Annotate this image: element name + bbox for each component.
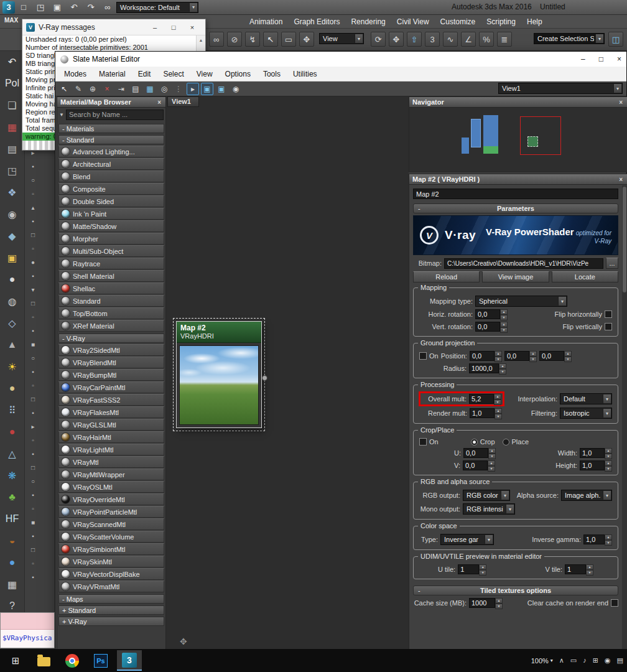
slate-toolbar-icon[interactable]: ⊕: [86, 83, 99, 95]
left-toolbar-icon[interactable]: ●: [4, 554, 21, 571]
navigator-header[interactable]: Navigator ×: [409, 97, 627, 108]
tray-icon[interactable]: ▤: [617, 656, 623, 665]
chevron-down-icon[interactable]: ▾: [550, 658, 553, 663]
left-secondary-icon[interactable]: ▫: [28, 504, 38, 513]
listener-macro-pane[interactable]: [1, 613, 54, 630]
spinner-up-icon[interactable]: ▲: [564, 351, 572, 357]
interpolation-select[interactable]: Default ▾: [560, 393, 612, 404]
crop-u-value[interactable]: 0,0: [463, 448, 488, 458]
vrayhdri-node[interactable]: Map #2 VRayHDRI: [176, 321, 262, 428]
position-y-value[interactable]: 0,0: [504, 351, 529, 361]
maps-subsection[interactable]: + Standard: [58, 605, 164, 615]
params-scrollbar[interactable]: [622, 185, 627, 671]
tray-icon[interactable]: ▭: [570, 656, 577, 665]
chevron-down-icon[interactable]: ▾: [501, 491, 509, 500]
vert-rotation-spinner[interactable]: 0,0 ▲▼: [475, 322, 508, 332]
spinner-down-icon[interactable]: ▼: [500, 315, 508, 320]
left-toolbar-icon[interactable]: ●: [4, 424, 21, 440]
material-item[interactable]: VRayVectorDisplBake: [58, 568, 164, 580]
slate-toolbar-icon[interactable]: ◉: [230, 83, 242, 95]
spinner-down-icon[interactable]: ▼: [500, 327, 508, 333]
section-maps[interactable]: - Maps: [58, 594, 164, 604]
reference-coordinate-select[interactable]: View ▾: [319, 33, 364, 44]
spinner-down-icon[interactable]: ▼: [605, 466, 612, 472]
chevron-down-icon[interactable]: ▾: [189, 3, 197, 12]
left-secondary-icon[interactable]: □: [28, 299, 38, 308]
left-toolbar-icon[interactable]: ▦: [4, 576, 21, 592]
spinner-up-icon[interactable]: ▲: [500, 322, 508, 327]
left-toolbar-icon[interactable]: ◍: [4, 293, 21, 309]
flip-horizontally-checkbox[interactable]: [605, 310, 612, 318]
toolbar-icon[interactable]: ◫: [608, 32, 623, 47]
active-view-select[interactable]: View1 ▾: [498, 83, 623, 94]
toolbar-icon[interactable]: ≣: [497, 32, 512, 47]
slate-toolbar-icon[interactable]: ▦: [144, 83, 156, 95]
crop-v-spinner[interactable]: 0,0 ▲▼: [463, 460, 495, 470]
slate-menu-item[interactable]: Tools: [257, 70, 287, 78]
named-selection-set-select[interactable]: Create Selection Se ▾: [534, 33, 605, 44]
material-item[interactable]: Shell Material: [58, 270, 164, 282]
slate-toolbar-icon[interactable]: ⇥: [115, 83, 128, 95]
search-filter-icon[interactable]: ▼: [59, 112, 64, 118]
u-tile-spinner[interactable]: 1 ▲▼: [458, 564, 486, 574]
tiled-textures-rollout[interactable]: - Tiled textures options: [413, 586, 618, 595]
left-secondary-icon[interactable]: ▫: [28, 244, 38, 253]
chevron-down-icon[interactable]: ▾: [558, 297, 566, 306]
left-secondary-icon[interactable]: ▫: [28, 381, 38, 390]
slate-menu-item[interactable]: Modes: [58, 70, 93, 78]
toolbar-icon[interactable]: ✥: [389, 32, 404, 47]
left-toolbar-icon[interactable]: Pol: [4, 75, 21, 91]
left-toolbar-icon[interactable]: △: [4, 446, 21, 462]
position-y-spinner[interactable]: 0,0 ▲▼: [504, 351, 537, 361]
spinner-up-icon[interactable]: ▲: [488, 448, 496, 454]
material-item[interactable]: Advanced Lighting...: [58, 146, 164, 157]
slate-toolbar-icon[interactable]: ◎: [158, 83, 170, 95]
view-image-button[interactable]: View image: [482, 271, 549, 282]
left-toolbar-icon[interactable]: ↶: [4, 54, 21, 70]
spinner-down-icon[interactable]: ▼: [495, 604, 503, 609]
spinner-up-icon[interactable]: ▲: [499, 363, 506, 369]
left-toolbar-icon[interactable]: ❏: [4, 97, 21, 113]
maxscript-mini-listener[interactable]: $VRayPhysica: [0, 612, 55, 648]
left-secondary-icon[interactable]: ▫: [28, 559, 38, 568]
close-icon[interactable]: ×: [156, 99, 162, 106]
toolbar-icon[interactable]: 3: [425, 32, 440, 47]
filtering-select[interactable]: Isotropic ▾: [560, 408, 612, 419]
left-toolbar-icon[interactable]: ●: [4, 380, 21, 396]
radius-value[interactable]: 1000,0: [469, 363, 499, 373]
left-secondary-icon[interactable]: ▪: [28, 326, 38, 335]
crop-height-value[interactable]: 1,0: [580, 460, 605, 470]
material-item[interactable]: VRayGLSLMtl: [58, 419, 164, 431]
menu-item[interactable]: Graph Editors: [288, 15, 345, 29]
horiz-rotation-value[interactable]: 0,0: [475, 309, 500, 319]
ground-on-checkbox[interactable]: [419, 352, 427, 360]
material-item[interactable]: Shellac: [58, 282, 164, 294]
left-toolbar-icon[interactable]: ▲: [4, 337, 21, 353]
maps-subsection[interactable]: + V-Ray: [58, 617, 164, 626]
left-secondary-icon[interactable]: □: [28, 394, 38, 404]
left-toolbar-icon[interactable]: ❖: [4, 184, 21, 200]
vert-rotation-value[interactable]: 0,0: [475, 322, 500, 332]
spinner-down-icon[interactable]: ▼: [605, 540, 612, 546]
place-radio[interactable]: [503, 439, 509, 446]
left-secondary-icon[interactable]: ○: [28, 477, 38, 486]
material-item[interactable]: Composite: [58, 183, 164, 195]
menu-item[interactable]: Help: [521, 15, 548, 29]
inverse-gamma-spinner[interactable]: 1,0 ▲▼: [583, 534, 612, 544]
spinner-up-icon[interactable]: ▲: [495, 351, 502, 357]
map-name-field[interactable]: Map #2: [413, 189, 618, 199]
material-item[interactable]: VRaySimbiontMtl: [58, 543, 164, 555]
material-item[interactable]: VRayMtlWrapper: [58, 469, 164, 480]
left-secondary-icon[interactable]: ●: [28, 258, 38, 267]
slate-menu-item[interactable]: Material: [93, 70, 132, 78]
slate-titlebar[interactable]: Slate Material Editor – □ ×: [55, 52, 626, 67]
toolbar-icon[interactable]: ⇧: [407, 32, 422, 47]
render-mult-value[interactable]: 1,0: [470, 408, 495, 418]
hdri-thumbnail[interactable]: [179, 345, 259, 425]
view-pan-icon[interactable]: ✥: [180, 637, 187, 646]
slate-menu-item[interactable]: Utilities: [287, 70, 323, 78]
node-header[interactable]: Map #2 VRayHDRI: [177, 322, 261, 343]
reload-button[interactable]: Reload: [413, 271, 480, 282]
spinner-up-icon[interactable]: ▲: [500, 309, 508, 315]
spinner-down-icon[interactable]: ▼: [488, 454, 496, 459]
